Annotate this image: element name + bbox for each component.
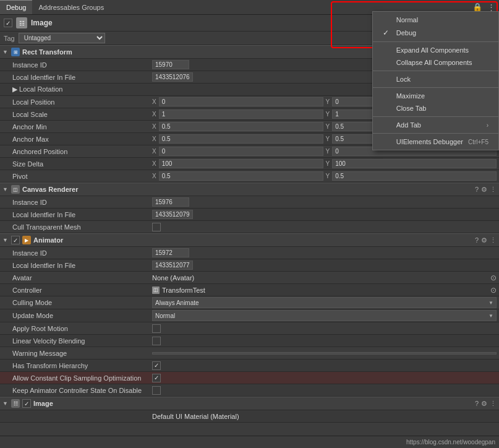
has-transform-label: Has Transform Hierarchy [10,362,152,369]
context-menu: Normal ✓ Debug Expand All Components Col… [372,11,499,150]
ctx-debug-label: Debug [396,29,488,37]
anim-avatar-pick-icon[interactable]: ⊙ [490,274,497,282]
anim-controller-label: Controller [10,286,152,294]
apply-root-motion-label: Apply Root Motion [10,325,152,332]
rect-local-position-label: Local Position [10,98,152,106]
ctx-add-arrow: › [487,122,488,129]
warning-message-val [152,352,497,355]
tag-label: Tag [4,35,15,42]
allow-constant-row: Allow Constant Clip Sampling Optimizatio… [0,372,499,384]
update-mode-dropdown[interactable]: Normal [152,310,497,321]
canvas-instance-id-label: Instance ID [10,199,152,206]
object-name: Image [31,19,53,27]
animator-arrow: ▼ [2,237,9,243]
lock-icon[interactable]: 🔒 [471,2,484,12]
has-transform-value [152,361,497,370]
animator-enabled-checkbox[interactable] [11,236,20,244]
cull-transparent-value [152,223,497,231]
canvas-renderer-more-icon[interactable]: ⋮ [490,186,497,194]
ctx-item-uielements[interactable]: UIElements Debugger Ctrl+F5 [373,136,498,148]
anim-avatar-row: Avatar None (Avatar) ⊙ [0,272,499,284]
tab-addressables-label: Addressables Groups [38,4,104,11]
ctx-item-expand-all[interactable]: Expand All Components [373,44,498,56]
allow-constant-checkbox[interactable] [152,374,161,382]
ctx-item-normal[interactable]: Normal [373,14,498,26]
rect-local-scale-x: 1 [159,110,323,119]
cull-transparent-label: Cull Transparent Mesh [10,223,152,231]
anim-local-id-row: Local Identfier In File 1433512077 [0,259,499,272]
animator-help-icon[interactable]: ? [475,236,479,244]
canvas-local-id-row: Local Identfier In File 1433512079 [0,209,499,221]
anim-avatar-refval: None (Avatar) [152,274,194,282]
canvas-instance-id-row: Instance ID 15976 [0,196,499,209]
size-delta-row: Size Delta X 100 Y 100 [0,158,499,170]
linear-velocity-checkbox[interactable] [152,337,161,345]
tag-select[interactable]: Untagged [19,33,105,43]
culling-mode-dropdown[interactable]: Always Animate [152,297,497,308]
anchor-min-label: Anchor Min [10,123,152,131]
culling-mode-label: Culling Mode [10,299,152,306]
canvas-renderer-section-header[interactable]: ▼ ◫ Canvas Renderer ? ⚙ ⋮ [0,183,499,196]
anim-controller-pick-icon[interactable]: ⊙ [490,286,497,295]
pivot-y: 0.5 [332,171,497,181]
status-url: https://blog.csdn.net/woodegpan [406,439,495,446]
anim-instance-id-val: 15972 [152,248,189,257]
image-enabled-checkbox[interactable] [22,399,31,408]
canvas-instance-id-val: 15976 [152,197,189,207]
ctx-add-label: Add Tab [396,121,482,129]
ctx-item-lock[interactable]: Lock [373,73,498,85]
rect-local-id-label: Local Identfier In File [10,74,152,81]
culling-mode-value: Always Animate [152,297,497,308]
warning-message-label: Warning Message [10,350,152,357]
image-help-icon[interactable]: ? [475,400,479,407]
anim-controller-value: ◫ TransformTest ⊙ [152,286,497,295]
canvas-instance-id-value: 15976 [152,197,497,207]
image-more-icon[interactable]: ⋮ [490,400,497,408]
anim-local-id-value: 1433512077 [152,261,497,270]
has-transform-checkbox[interactable] [152,361,161,370]
ctx-item-collapse-all[interactable]: Collapse All Components [373,56,498,69]
more-options-icon[interactable]: ⋮ [486,2,497,12]
animator-more-icon[interactable]: ⋮ [490,236,497,244]
rect-local-rotation-label: ▶ Local Rotation [10,85,152,93]
anchor-max-x: 0.5 [159,134,323,144]
pivot-row: Pivot X 0.5 Y 0.5 [0,170,499,183]
animator-icon: ▶ [22,236,31,244]
animator-section-header[interactable]: ▼ ▶ Animator ? ⚙ ⋮ [0,233,499,247]
rect-transform-arrow: ▼ [2,49,9,55]
size-delta-xy: X 100 Y 100 [152,159,497,168]
status-bar: https://blog.csdn.net/woodegpan [0,436,499,448]
ctx-item-add-tab[interactable]: Add Tab › [373,119,498,131]
cull-transparent-checkbox[interactable] [152,223,161,231]
ctx-item-debug[interactable]: ✓ Debug [373,26,498,40]
rect-instance-id-val: 15970 [152,60,189,69]
anim-instance-id-row: Instance ID 15972 [0,247,499,259]
tab-addressables[interactable]: Addressables Groups [32,0,110,14]
linear-velocity-row: Linear Velocity Blending [0,335,499,347]
ctx-item-close-tab[interactable]: Close Tab [373,102,498,114]
update-mode-value: Normal [152,310,497,321]
canvas-renderer-arrow: ▼ [2,186,9,192]
culling-mode-row: Culling Mode Always Animate [0,296,499,309]
keep-animator-checkbox[interactable] [152,386,161,395]
default-material-row: Default UI Material (Material) [0,410,499,423]
apply-root-motion-checkbox[interactable] [152,324,161,333]
image-section-actions: ? ⚙ ⋮ [475,400,497,408]
ctx-ui-shortcut: Ctrl+F5 [468,139,488,145]
rect-local-id-val: 1433512076 [152,72,193,82]
anim-instance-id-value: 15972 [152,248,497,257]
object-enabled-checkbox[interactable] [4,19,12,27]
ctx-close-label: Close Tab [396,105,488,112]
image-section-header[interactable]: ▼ ☷ Image ? ⚙ ⋮ [0,397,499,410]
animator-settings-icon[interactable]: ⚙ [481,236,487,244]
canvas-renderer-icon: ◫ [11,185,20,194]
tab-debug[interactable]: Debug [0,0,32,14]
ctx-maximize-label: Maximize [396,92,488,100]
canvas-renderer-settings-icon[interactable]: ⚙ [481,186,487,194]
image-settings-icon[interactable]: ⚙ [481,400,487,408]
keep-animator-row: Keep Animator Controller State On Disabl… [0,384,499,397]
canvas-renderer-help-icon[interactable]: ? [475,186,479,193]
ctx-item-maximize[interactable]: Maximize [373,90,498,102]
anim-controller-row: Controller ◫ TransformTest ⊙ [0,284,499,296]
rect-instance-id-label: Instance ID [10,61,152,69]
